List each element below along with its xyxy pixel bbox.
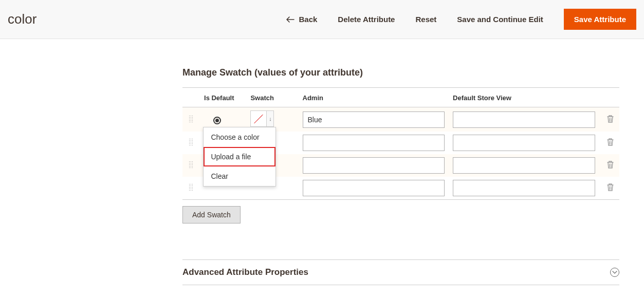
col-is-default: Is Default [200,88,246,107]
swatch-table: Is Default Swatch Admin Default Store Vi… [182,87,619,200]
reset-button[interactable]: Reset [415,15,436,24]
add-swatch-button[interactable]: Add Swatch [182,206,241,224]
dropdown-clear[interactable]: Clear [204,166,275,186]
swatch-dropdown-menu: Choose a color Upload a file Clear [203,127,276,187]
page-title: color [8,11,36,27]
swatch-preview[interactable] [251,111,266,126]
advanced-title: Advanced Attribute Properties [182,267,308,277]
swatch-section-title: Manage Swatch (values of your attribute) [182,67,619,78]
store-view-input[interactable] [453,180,595,196]
page-header: color Back Delete Attribute Reset Save a… [0,0,644,39]
dropdown-choose-color[interactable]: Choose a color [204,127,275,147]
admin-input[interactable] [303,180,445,196]
swatch-dropdown-toggle[interactable]: ↓ [266,111,273,126]
store-view-input[interactable] [453,111,595,128]
drag-handle-icon[interactable] [189,138,193,145]
col-drag [182,88,200,107]
delete-attribute-button[interactable]: Delete Attribute [338,15,395,24]
save-attribute-button[interactable]: Save Attribute [564,9,636,30]
drag-handle-icon[interactable] [189,183,193,191]
swatch-picker[interactable]: ↓ [250,110,274,127]
admin-input[interactable] [303,157,445,174]
trash-icon[interactable] [606,139,614,147]
table-row: ↓ Choose a color Upload a file Clear [182,107,619,132]
drag-handle-icon[interactable] [189,115,193,122]
col-swatch: Swatch [246,88,298,107]
col-store-view: Default Store View [449,88,599,107]
save-and-continue-button[interactable]: Save and Continue Edit [457,15,543,24]
admin-input[interactable] [303,111,445,128]
trash-icon[interactable] [606,116,614,124]
trash-icon[interactable] [606,184,614,193]
back-button[interactable]: Back [286,15,317,24]
drag-handle-icon[interactable] [189,161,193,168]
dropdown-upload-file[interactable]: Upload a file [204,147,275,166]
advanced-properties-toggle[interactable]: Advanced Attribute Properties [182,259,619,285]
admin-input[interactable] [303,135,445,151]
arrow-left-icon [286,16,295,23]
main-content: Manage Swatch (values of your attribute)… [182,67,619,285]
store-view-input[interactable] [453,157,595,174]
col-delete [599,88,619,107]
arrow-down-icon: ↓ [269,116,272,122]
trash-icon[interactable] [606,161,614,170]
store-view-input[interactable] [453,135,595,151]
col-admin: Admin [299,88,449,107]
header-actions: Back Delete Attribute Reset Save and Con… [286,9,636,30]
back-label: Back [299,15,317,24]
is-default-radio[interactable] [213,117,221,124]
chevron-down-icon [610,268,619,277]
